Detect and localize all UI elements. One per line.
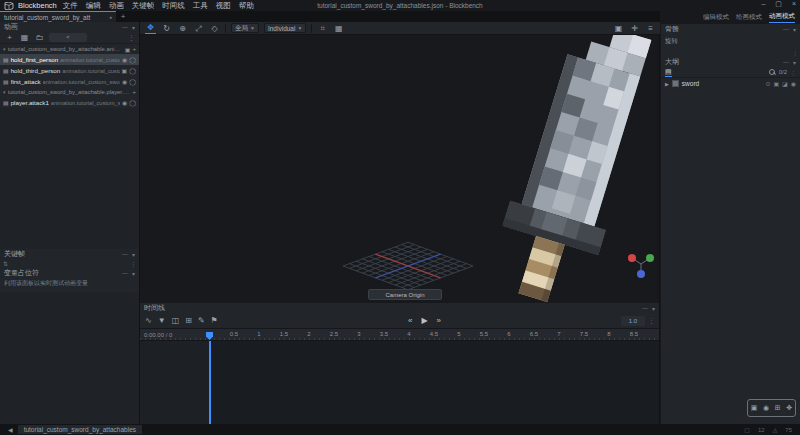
panel-collapse-icon[interactable]: — — [642, 305, 648, 312]
maximize-button[interactable]: ▢ — [775, 0, 782, 8]
play-animation-icon[interactable]: ◯ — [129, 56, 136, 63]
save-animation-icon[interactable]: ◉ — [122, 78, 127, 85]
play-animation-icon[interactable]: ◯ — [129, 78, 136, 85]
animation-row[interactable]: ▤ player.attack1 animation.tutorial_cust… — [0, 97, 139, 108]
tab-close-icon[interactable]: ● — [109, 14, 112, 20]
add-animation-icon[interactable]: + — [4, 32, 15, 43]
close-button[interactable]: × — [792, 0, 796, 8]
animation-controller-icon[interactable]: ▦ — [19, 32, 30, 43]
eye-visibility-icon[interactable]: ◉ — [791, 80, 796, 87]
menu-item[interactable]: 编辑 — [86, 1, 101, 11]
panel-collapse-icon[interactable]: — — [783, 26, 789, 33]
transform-space-dropdown[interactable]: 全局 ▼ — [231, 23, 259, 33]
edit-keyframe-icon[interactable]: ✎ — [198, 316, 205, 325]
add-animation-icon[interactable]: + — [132, 46, 136, 52]
chevron-right-icon[interactable]: ▶ — [665, 81, 669, 87]
add-animation-icon[interactable]: + — [132, 89, 136, 95]
face-count-icon: ◬ — [773, 426, 778, 433]
panel-resize-handle[interactable]: ⋮ — [661, 49, 800, 57]
resize-tool-icon[interactable]: ⤢ — [193, 23, 204, 34]
pivot-visibility-icon[interactable]: ⊙ — [765, 80, 770, 87]
marker-flag-icon[interactable]: ⚑ — [211, 316, 218, 325]
menu-item[interactable]: 视图 — [216, 1, 231, 11]
animation-row[interactable]: ▤ first_attack animation.tutorial_custom… — [0, 76, 139, 87]
drag-handle-icon[interactable]: ⋮ — [130, 260, 136, 267]
corner-grid-icon[interactable]: ⊞ — [775, 404, 781, 412]
panel-collapse-icon[interactable]: — — [122, 270, 128, 277]
more-options-icon[interactable]: ⋮ — [648, 317, 655, 325]
snap-keyframe-icon[interactable]: ◫ — [172, 316, 180, 325]
animation-file-row[interactable]: ▾ tutorial_custom_sword_by_attachable.pl… — [0, 87, 139, 97]
menu-item[interactable]: 动画 — [109, 1, 124, 11]
more-options-icon[interactable]: ⋮ — [128, 34, 135, 42]
new-tab-button[interactable]: + — [116, 11, 130, 22]
timeline-ruler[interactable]: 0:00.00 / 0 0.511.522.533.544.555.566.57… — [140, 329, 659, 341]
animation-row[interactable]: ▤ hold_third_person animation.tutorial_c… — [0, 65, 139, 76]
vertex-snap-icon[interactable]: ◇ — [209, 23, 220, 34]
menu-item[interactable]: 关键帧 — [132, 1, 155, 11]
corner-record-icon[interactable]: ◉ — [763, 404, 769, 412]
playhead-line[interactable] — [209, 341, 211, 424]
panel-collapse-icon[interactable]: — — [122, 24, 128, 31]
tab-animate-mode[interactable]: 动画模式 — [769, 12, 795, 23]
chevron-down-icon[interactable]: ▾ — [132, 251, 135, 258]
corner-move-icon[interactable]: ✥ — [786, 404, 792, 412]
transform-pivot-dropdown[interactable]: Individual ▼ — [264, 23, 306, 33]
outliner-view-icon[interactable]: ▤ — [665, 68, 672, 77]
chevron-down-icon[interactable]: ▾ — [132, 24, 135, 31]
rotate-tool-icon[interactable]: ↻ — [161, 23, 172, 34]
keyframe-snap-icon[interactable]: ⌗ — [317, 23, 328, 34]
graph-editor-icon[interactable]: ∿ — [145, 316, 152, 325]
chevron-left-icon[interactable]: ◀ — [8, 426, 13, 433]
corner-screenshot-icon[interactable]: ▣ — [751, 404, 758, 412]
minimize-button[interactable]: – — [761, 0, 765, 8]
move-tool-icon[interactable]: ✥ — [145, 22, 156, 34]
menu-item[interactable]: 文件 — [63, 1, 78, 11]
select-effects-icon[interactable]: ⊞ — [185, 316, 192, 325]
chevron-down-icon[interactable]: ▾ — [132, 270, 135, 277]
export-toggle-icon[interactable]: ▣ — [773, 80, 779, 87]
timeline-body[interactable] — [140, 341, 659, 424]
menu-item[interactable]: 时间线 — [162, 1, 185, 11]
animation-row[interactable]: ▤ hold_first_person animation.tutorial_c… — [0, 54, 139, 65]
save-animation-icon[interactable]: ▣ — [122, 67, 128, 74]
movie-icon: ▤ — [3, 67, 9, 74]
play-animation-icon[interactable]: ◯ — [129, 67, 136, 74]
panel-collapse-icon[interactable]: — — [122, 251, 128, 258]
screenshot-icon[interactable]: ▣ — [613, 23, 624, 34]
pivot-tool-icon[interactable]: ⊕ — [177, 23, 188, 34]
chevron-down-icon[interactable]: ▾ — [793, 26, 796, 33]
play-animation-icon[interactable]: ◯ — [129, 99, 136, 106]
search-result-count: 0/2 — [779, 69, 787, 75]
more-options-icon[interactable]: ⋮ — [790, 69, 796, 76]
panel-collapse-icon[interactable]: — — [783, 59, 789, 66]
project-tab[interactable]: tutorial_custom_sword_by_att ● — [0, 11, 116, 22]
tab-paint-mode[interactable]: 绘画模式 — [736, 13, 762, 23]
search-icon[interactable] — [769, 69, 776, 76]
save-animation-icon[interactable]: ◉ — [122, 56, 127, 63]
preview-menu-icon[interactable]: ≡ — [645, 23, 656, 34]
save-file-icon[interactable]: ▣ — [125, 46, 131, 53]
jump-start-icon[interactable]: « — [408, 316, 412, 325]
save-animation-icon[interactable]: ◉ — [122, 99, 127, 106]
camera-angle-pill[interactable]: Camera Origin — [368, 289, 442, 300]
chevron-down-icon[interactable]: ▾ — [652, 305, 655, 312]
tab-edit-mode[interactable]: 编辑模式 — [703, 13, 729, 23]
ik-toggle-icon[interactable]: ▦ — [333, 23, 344, 34]
jump-end-icon[interactable]: » — [437, 316, 441, 325]
import-animation-icon[interactable]: 🗀 — [34, 32, 45, 43]
menu-item[interactable]: 工具 — [193, 1, 208, 11]
back-button[interactable]: < — [49, 33, 87, 42]
quad-view-icon[interactable]: ✛ — [629, 23, 640, 34]
sort-icon[interactable]: ⇅ — [3, 260, 8, 267]
filter-channels-icon[interactable]: ▼ — [158, 316, 166, 325]
playback-speed-input[interactable]: 1.0 — [621, 316, 645, 326]
menu-item[interactable]: 帮助 — [239, 1, 254, 11]
animation-file-row[interactable]: ▾ tutorial_custom_sword_by_attachable.an… — [0, 44, 139, 54]
status-project-tab[interactable]: tutorial_custom_sword_by_attachables — [18, 425, 142, 434]
lock-icon[interactable]: ◪ — [782, 80, 788, 87]
viewport-3d[interactable]: Camera Origin — [140, 35, 660, 303]
play-icon[interactable]: ▶ — [421, 316, 427, 325]
outliner-row-sword[interactable]: ▶ sword ⊙ ▣ ◪ ◉ — [661, 78, 800, 89]
chevron-down-icon[interactable]: ▾ — [793, 59, 796, 66]
